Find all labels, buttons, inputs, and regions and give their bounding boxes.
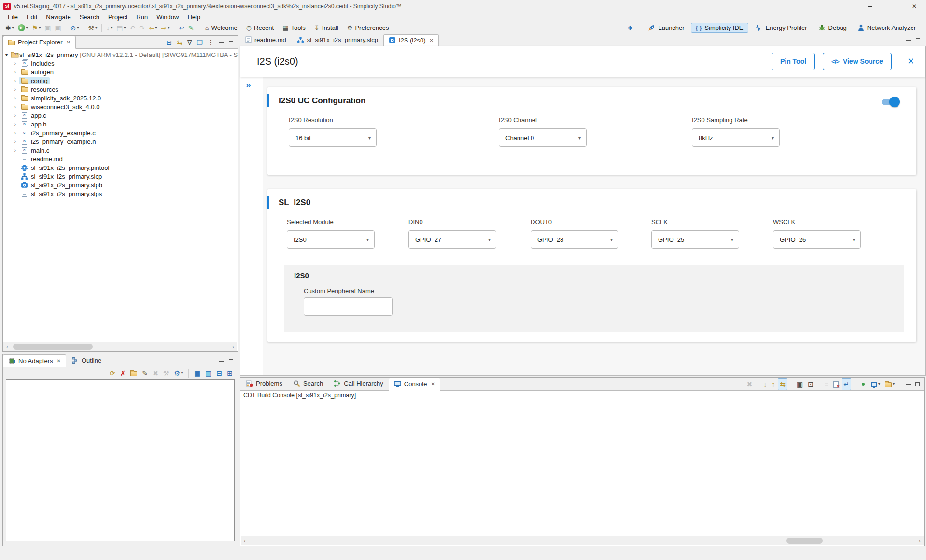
i2s0-resolution-select[interactable]: 16 bit — [289, 128, 377, 147]
tree-item-includes[interactable]: Includes — [3, 59, 238, 68]
din0-select[interactable]: GPIO_27 — [408, 230, 496, 249]
save-icon[interactable]: ▣ — [42, 22, 53, 34]
view-source-button[interactable]: View Source — [823, 53, 892, 70]
scroll-left-icon[interactable] — [3, 344, 11, 350]
swap-console-icon[interactable]: ⇆ — [778, 378, 787, 390]
refresh-icon[interactable]: ⟳ — [108, 367, 117, 379]
console-horizontal-scrollbar[interactable] — [241, 536, 924, 545]
tree-expander-icon[interactable] — [12, 148, 19, 153]
word-wrap-icon[interactable]: ↵ — [842, 378, 851, 390]
uc-configuration-toggle[interactable] — [882, 99, 898, 105]
launch-config-icon[interactable]: ✱▾ — [3, 22, 16, 34]
scroll-right-icon[interactable] — [229, 344, 237, 350]
tree-expander-icon[interactable] — [12, 104, 19, 110]
redo-icon[interactable]: ↷ — [137, 22, 147, 34]
link-editor-icon[interactable]: ⇆ — [175, 37, 184, 48]
console-tab-problems[interactable]: Problems — [240, 377, 288, 390]
rename-icon[interactable]: ✎ — [140, 367, 150, 379]
window-minimize-button[interactable] — [859, 0, 881, 12]
tree-item-resources[interactable]: resources — [3, 85, 238, 94]
menu-help[interactable]: Help — [183, 13, 205, 21]
tree-expander-icon[interactable] — [12, 61, 19, 66]
tree-item-i2s-primary-example-c[interactable]: i2s_primary_example.c — [3, 128, 238, 137]
filter-icon[interactable]: ∇ — [185, 37, 194, 48]
window-maximize-button[interactable] — [881, 0, 903, 12]
close-tab-icon[interactable] — [66, 40, 70, 45]
tree-expander-icon[interactable] — [12, 113, 19, 118]
step-return-icon[interactable]: ↓▾ — [104, 22, 114, 34]
custom-peripheral-name-input[interactable] — [304, 297, 393, 316]
display-console-icon[interactable]: ▾ — [869, 378, 882, 390]
tree-item-wiseconnect3-sdk-4-0-0[interactable]: wiseconnect3_sdk_4.0.0 — [3, 102, 238, 111]
maximize-icon[interactable] — [913, 378, 922, 390]
tree-item-autogen[interactable]: autogen — [3, 68, 238, 76]
tree-item-i2s-primary-example-h[interactable]: i2s_primary_example.h — [3, 137, 238, 146]
maximize-icon[interactable] — [227, 37, 235, 48]
tree-item-simplicity-sdk-2025-12-0[interactable]: simplicity_sdk_2025.12.0 — [3, 94, 238, 102]
console-tab-console[interactable]: Console — [389, 378, 440, 391]
tree-expander-icon[interactable] — [12, 122, 19, 127]
i2s0-sampling-rate-select[interactable]: 8kHz — [692, 128, 780, 147]
last-edit-icon[interactable]: ↩ — [177, 22, 186, 34]
close-tab-icon[interactable] — [57, 358, 61, 364]
selected-module-select[interactable]: I2S0 — [287, 230, 375, 249]
recent-button[interactable]: ◷Recent — [242, 24, 279, 31]
tree-item-main-c[interactable]: main.c — [3, 146, 238, 154]
perspective-debug[interactable]: Debug — [814, 23, 852, 33]
editor-tab-readme-md[interactable]: readme.md — [240, 34, 292, 46]
preferences-button[interactable]: ⚙Preferences — [343, 24, 393, 31]
scrollbar-thumb[interactable] — [786, 538, 823, 544]
tree-expander-icon[interactable] — [12, 130, 19, 136]
i2s0-channel-select[interactable]: Channel 0 — [499, 128, 587, 147]
tree-item-app-c[interactable]: app.c — [3, 111, 238, 120]
scrollbar-thumb[interactable] — [13, 344, 93, 350]
maximize-icon[interactable] — [914, 34, 922, 46]
tools-button[interactable]: ▦Tools — [278, 24, 310, 31]
console-output[interactable] — [241, 409, 924, 536]
collapse-all-icon[interactable]: ⊟ — [215, 367, 224, 379]
tree-expander-icon[interactable] — [12, 96, 19, 101]
profile-icon[interactable]: ▤▾ — [114, 22, 127, 34]
undo-icon[interactable]: ↶ — [127, 22, 137, 34]
show-when-out-icon[interactable]: = — [823, 378, 830, 390]
project-horizontal-scrollbar[interactable] — [3, 342, 237, 351]
maximize-icon[interactable] — [227, 355, 235, 367]
tree-item-config[interactable]: config — [3, 76, 238, 85]
perspective-energy-profiler[interactable]: Energy Profiler — [750, 23, 812, 33]
tree-item-sl-si91x-i2s-primary-slps[interactable]: sl_si91x_i2s_primary.slps — [3, 189, 238, 198]
scroll-left-icon[interactable] — [241, 538, 249, 544]
disconnect-icon[interactable]: ✗ — [118, 367, 128, 379]
window-close-button[interactable] — [903, 0, 926, 12]
scroll-right-icon[interactable] — [916, 538, 924, 544]
close-tab-icon[interactable] — [431, 381, 435, 387]
tree-item-app-h[interactable]: app.h — [3, 120, 238, 128]
install-button[interactable]: ↧Install — [310, 24, 343, 31]
view-menu-icon[interactable]: ⋮ — [206, 37, 216, 48]
tree-expander-icon[interactable] — [12, 70, 19, 75]
tree-item-sl-si91x-i2s-primary-pintool[interactable]: sl_si91x_i2s_primary.pintool — [3, 163, 238, 172]
menu-edit[interactable]: Edit — [22, 13, 42, 21]
tree-item-readme-md[interactable]: readme.md — [3, 154, 238, 163]
table-tree-icon[interactable]: ▥ — [203, 367, 213, 379]
menu-search[interactable]: Search — [75, 13, 104, 21]
focus-view-icon[interactable]: ❐ — [195, 37, 205, 48]
minimize-icon[interactable] — [217, 37, 226, 48]
minimize-icon[interactable] — [904, 378, 912, 390]
minimize-icon[interactable] — [217, 355, 226, 367]
terminate-icon[interactable]: ✖ — [745, 378, 755, 390]
close-editor-icon[interactable] — [907, 56, 914, 67]
editor-tab-sl-si91x-i2s-primary-slcp[interactable]: sl_si91x_i2s_primary.slcp — [292, 34, 383, 46]
pin-tool-button[interactable]: Pin Tool — [772, 53, 815, 70]
expand-all-icon[interactable]: ⊞ — [225, 367, 235, 379]
console-tab-search[interactable]: Search — [288, 377, 328, 390]
minimize-icon[interactable] — [904, 34, 913, 46]
external-link-icon[interactable]: ✎ — [186, 22, 196, 34]
wsclk-select[interactable]: GPIO_26 — [773, 230, 861, 249]
tree-root-project[interactable]: Csl_si91x_i2s_primary[GNU ARM v12.2.1 - … — [3, 50, 238, 59]
settings-gear-icon[interactable]: ⚙▾ — [172, 367, 185, 379]
prev-console-icon[interactable]: ↑ — [770, 378, 777, 390]
perspective-simplicity-ide[interactable]: { }Simplicity IDE — [691, 23, 748, 33]
menu-run[interactable]: Run — [132, 13, 152, 21]
table-icon[interactable]: ▦ — [192, 367, 202, 379]
perspective-network-analyzer[interactable]: Network Analyzer — [853, 23, 921, 33]
